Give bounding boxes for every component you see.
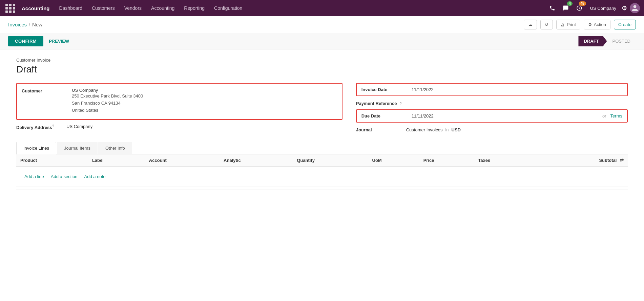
tab-invoice-lines[interactable]: Invoice Lines <box>16 142 56 154</box>
invoice-date-value[interactable]: 11/11/2022 <box>412 87 622 92</box>
nav-dashboard[interactable]: Dashboard <box>55 0 87 16</box>
tools-icon[interactable]: ⚙ <box>622 4 627 12</box>
tab-journal-items[interactable]: Journal Items <box>57 142 98 154</box>
gear-icon: ⚙ <box>588 22 592 27</box>
due-date-group: Due Date 11/11/2022 or Terms <box>356 109 628 123</box>
address-line1: 250 Executive Park Blvd, Suite 3400 <box>72 93 143 100</box>
bottom-spacer <box>16 190 628 217</box>
messages-badge: 4 <box>567 1 573 6</box>
customer-row: Customer US Company 250 Executive Park B… <box>22 88 337 114</box>
journal-in: in <box>445 127 449 132</box>
due-date-row: Due Date 11/11/2022 or Terms <box>361 113 622 119</box>
breadcrumb-parent[interactable]: Invoices <box>8 22 27 27</box>
activities-badge: 45 <box>579 1 586 6</box>
add-line-area: Add a line Add a section Add a note <box>20 170 624 183</box>
customer-label: Customer <box>22 88 69 93</box>
undo-button[interactable]: ↺ <box>540 20 553 29</box>
page-header: Invoices / New ☁ ↺ 🖨 Print ⚙ Action Crea… <box>0 16 644 33</box>
status-draft: DRAFT <box>578 36 607 46</box>
add-section-link[interactable]: Add a section <box>51 174 78 179</box>
phone-icon[interactable] <box>547 3 558 14</box>
col-label: Label <box>88 154 145 167</box>
breadcrumb-current: New <box>32 22 42 27</box>
customer-name[interactable]: US Company <box>72 88 143 93</box>
invoice-table: Product Label Account Analytic Quantity … <box>16 154 628 187</box>
form-right: Invoice Date 11/11/2022 Payment Referenc… <box>356 83 628 134</box>
undo-icon: ↺ <box>545 22 548 27</box>
address-line2: San Francisco CA 94134 <box>72 100 143 107</box>
journal-value[interactable]: Customer Invoices <box>406 127 443 132</box>
due-date-or: or <box>602 113 606 119</box>
preview-button[interactable]: PREVIEW <box>47 36 70 46</box>
invoice-type-label: Customer Invoice <box>16 58 628 63</box>
upload-button[interactable]: ☁ <box>524 20 537 29</box>
top-navigation: Accounting Dashboard Customers Vendors A… <box>0 0 644 16</box>
nav-vendors[interactable]: Vendors <box>120 0 146 16</box>
print-label: Print <box>567 22 576 27</box>
journal-label: Journal <box>356 127 403 132</box>
due-date-label: Due Date <box>361 113 409 119</box>
col-quantity: Quantity <box>293 154 368 167</box>
nav-configuration[interactable]: Configuration <box>210 0 246 16</box>
status-area: DRAFT POSTED <box>578 36 636 46</box>
form-body: Customer US Company 250 Executive Park B… <box>16 83 628 134</box>
delivery-row: Delivery Address? US Company <box>16 124 342 130</box>
invoice-date-row: Invoice Date 11/11/2022 <box>361 87 622 92</box>
col-uom: UoM <box>368 154 419 167</box>
company-name[interactable]: US Company <box>590 6 616 11</box>
action-button[interactable]: ⚙ Action <box>584 20 610 29</box>
customer-value: US Company 250 Executive Park Blvd, Suit… <box>72 88 143 114</box>
action-label: Action <box>594 22 606 27</box>
form-left: Customer US Company 250 Executive Park B… <box>16 83 342 134</box>
col-subtotal: Subtotal ⇄ <box>533 154 628 167</box>
columns-adjust-icon[interactable]: ⇄ <box>620 158 624 163</box>
journal-row: Journal Customer Invoices in USD <box>356 126 628 134</box>
nav-customers[interactable]: Customers <box>88 0 119 16</box>
journal-currency: USD <box>452 127 461 132</box>
header-actions: ☁ ↺ 🖨 Print ⚙ Action Create <box>524 20 636 29</box>
invoice-date-group: Invoice Date 11/11/2022 <box>356 83 628 96</box>
due-date-terms-link[interactable]: Terms <box>610 113 622 119</box>
address-line3: United States <box>72 107 143 114</box>
col-taxes: Taxes <box>474 154 533 167</box>
add-line-link[interactable]: Add a line <box>24 174 44 179</box>
due-date-value[interactable]: 11/11/2022 <box>412 113 598 119</box>
breadcrumb-separator: / <box>29 22 30 27</box>
col-account: Account <box>145 154 220 167</box>
tabs-bar: Invoice Lines Journal Items Other Info <box>16 142 628 154</box>
user-avatar[interactable] <box>630 3 640 13</box>
activities-icon[interactable]: 45 <box>574 3 585 14</box>
delivery-label: Delivery Address? <box>16 124 64 130</box>
payment-ref-label: Payment Reference <box>356 101 397 106</box>
tab-other-info[interactable]: Other Info <box>98 142 132 154</box>
col-product: Product <box>16 154 88 167</box>
nav-accounting[interactable]: Accounting <box>147 0 179 16</box>
add-note-link[interactable]: Add a note <box>84 174 106 179</box>
print-button[interactable]: 🖨 Print <box>556 20 580 29</box>
create-label: Create <box>618 22 631 27</box>
invoice-title: Draft <box>16 64 628 75</box>
delivery-help-icon[interactable]: ? <box>52 124 55 128</box>
customer-address: 250 Executive Park Blvd, Suite 3400 San … <box>72 93 143 114</box>
customer-field-group: Customer US Company 250 Executive Park B… <box>16 83 342 120</box>
payment-ref-row: Payment Reference ? <box>356 100 628 107</box>
messages-icon[interactable]: 4 <box>560 3 571 14</box>
create-button[interactable]: Create <box>614 20 636 29</box>
col-price: Price <box>419 154 474 167</box>
confirm-button[interactable]: CONFIRM <box>8 36 43 46</box>
col-analytic: Analytic <box>220 154 293 167</box>
nav-reporting[interactable]: Reporting <box>180 0 209 16</box>
invoice-date-label: Invoice Date <box>361 87 409 92</box>
main-content: Customer Invoice Draft Customer US Compa… <box>0 49 644 225</box>
upload-icon: ☁ <box>528 22 533 27</box>
status-posted: POSTED <box>607 36 636 46</box>
delivery-value[interactable]: US Company <box>66 124 92 129</box>
print-icon: 🖨 <box>561 22 565 27</box>
app-logo[interactable]: Accounting <box>22 5 50 11</box>
action-bar: CONFIRM PREVIEW DRAFT POSTED <box>0 33 644 49</box>
payment-ref-help-icon[interactable]: ? <box>399 102 401 106</box>
add-line-row: Add a line Add a section Add a note <box>16 167 628 187</box>
apps-grid-icon[interactable] <box>4 2 17 14</box>
